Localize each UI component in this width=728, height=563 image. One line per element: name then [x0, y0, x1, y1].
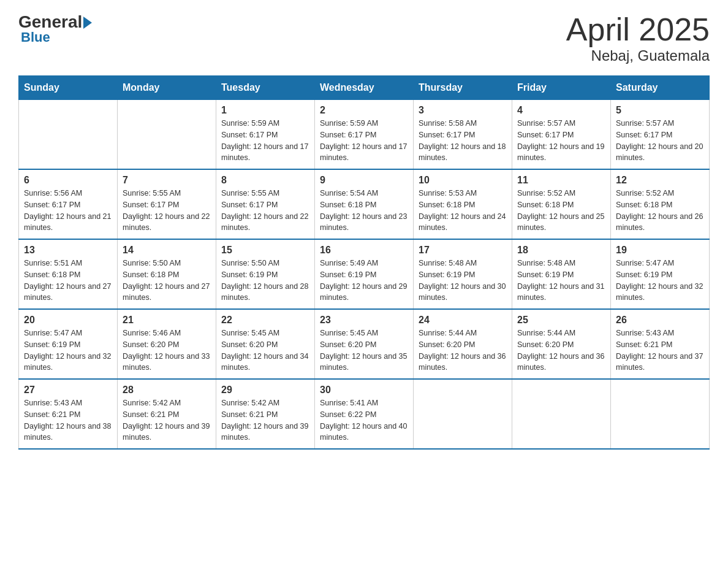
day-number: 11: [517, 175, 605, 186]
day-number: 23: [320, 315, 408, 326]
day-number: 14: [123, 245, 211, 256]
day-number: 29: [221, 385, 309, 396]
day-info: Sunrise: 5:48 AMSunset: 6:19 PMDaylight:…: [517, 258, 605, 304]
day-number: 22: [221, 315, 309, 326]
day-info: Sunrise: 5:48 AMSunset: 6:19 PMDaylight:…: [419, 258, 507, 304]
day-number: 19: [616, 245, 704, 256]
calendar-cell: 25Sunrise: 5:44 AMSunset: 6:20 PMDayligh…: [512, 309, 611, 379]
calendar-cell: 4Sunrise: 5:57 AMSunset: 6:17 PMDaylight…: [512, 100, 611, 170]
day-number: 20: [24, 315, 112, 326]
calendar-cell: 20Sunrise: 5:47 AMSunset: 6:19 PMDayligh…: [19, 309, 118, 379]
calendar-cell: 7Sunrise: 5:55 AMSunset: 6:17 PMDaylight…: [118, 169, 216, 239]
logo-arrow-icon: [83, 17, 92, 29]
day-info: Sunrise: 5:46 AMSunset: 6:20 PMDaylight:…: [123, 327, 211, 373]
calendar-week-row: 13Sunrise: 5:51 AMSunset: 6:18 PMDayligh…: [19, 239, 710, 309]
day-number: 21: [123, 315, 211, 326]
day-info: Sunrise: 5:49 AMSunset: 6:19 PMDaylight:…: [320, 258, 408, 304]
day-info: Sunrise: 5:47 AMSunset: 6:19 PMDaylight:…: [616, 258, 704, 304]
calendar-cell: [414, 379, 512, 449]
day-number: 17: [419, 245, 507, 256]
day-number: 16: [320, 245, 408, 256]
calendar-cell: 19Sunrise: 5:47 AMSunset: 6:19 PMDayligh…: [611, 239, 710, 309]
calendar-cell: 23Sunrise: 5:45 AMSunset: 6:20 PMDayligh…: [315, 309, 414, 379]
calendar-week-row: 20Sunrise: 5:47 AMSunset: 6:19 PMDayligh…: [19, 309, 710, 379]
day-info: Sunrise: 5:55 AMSunset: 6:17 PMDaylight:…: [123, 188, 211, 234]
calendar-cell: 28Sunrise: 5:42 AMSunset: 6:21 PMDayligh…: [118, 379, 216, 449]
logo: General Blue: [18, 12, 92, 45]
calendar-cell: 21Sunrise: 5:46 AMSunset: 6:20 PMDayligh…: [118, 309, 216, 379]
day-info: Sunrise: 5:59 AMSunset: 6:17 PMDaylight:…: [221, 118, 309, 164]
day-number: 30: [320, 385, 408, 396]
calendar-week-row: 1Sunrise: 5:59 AMSunset: 6:17 PMDaylight…: [19, 100, 710, 170]
calendar-week-row: 27Sunrise: 5:43 AMSunset: 6:21 PMDayligh…: [19, 379, 710, 449]
day-number: 26: [616, 315, 704, 326]
calendar-week-row: 6Sunrise: 5:56 AMSunset: 6:17 PMDaylight…: [19, 169, 710, 239]
day-number: 12: [616, 175, 704, 186]
day-info: Sunrise: 5:51 AMSunset: 6:18 PMDaylight:…: [24, 258, 112, 304]
day-info: Sunrise: 5:45 AMSunset: 6:20 PMDaylight:…: [320, 327, 408, 373]
calendar-cell: [19, 100, 118, 170]
calendar-table: SundayMondayTuesdayWednesdayThursdayFrid…: [18, 75, 710, 450]
day-info: Sunrise: 5:58 AMSunset: 6:17 PMDaylight:…: [419, 118, 507, 164]
calendar-cell: 16Sunrise: 5:49 AMSunset: 6:19 PMDayligh…: [315, 239, 414, 309]
day-number: 25: [517, 315, 605, 326]
calendar-cell: [118, 100, 216, 170]
calendar-cell: 29Sunrise: 5:42 AMSunset: 6:21 PMDayligh…: [216, 379, 315, 449]
day-number: 9: [320, 175, 408, 186]
calendar-cell: 14Sunrise: 5:50 AMSunset: 6:18 PMDayligh…: [118, 239, 216, 309]
day-number: 27: [24, 385, 112, 396]
day-info: Sunrise: 5:44 AMSunset: 6:20 PMDaylight:…: [517, 327, 605, 373]
calendar-cell: 10Sunrise: 5:53 AMSunset: 6:18 PMDayligh…: [414, 169, 512, 239]
calendar-cell: 5Sunrise: 5:57 AMSunset: 6:17 PMDaylight…: [611, 100, 710, 170]
weekday-header-saturday: Saturday: [611, 76, 710, 100]
day-number: 10: [419, 175, 507, 186]
day-info: Sunrise: 5:41 AMSunset: 6:22 PMDaylight:…: [320, 397, 408, 443]
day-number: 1: [221, 105, 309, 116]
day-number: 18: [517, 245, 605, 256]
day-info: Sunrise: 5:57 AMSunset: 6:17 PMDaylight:…: [517, 118, 605, 164]
calendar-cell: 22Sunrise: 5:45 AMSunset: 6:20 PMDayligh…: [216, 309, 315, 379]
calendar-cell: [512, 379, 611, 449]
day-info: Sunrise: 5:57 AMSunset: 6:17 PMDaylight:…: [616, 118, 704, 164]
day-info: Sunrise: 5:50 AMSunset: 6:18 PMDaylight:…: [123, 258, 211, 304]
day-number: 2: [320, 105, 408, 116]
calendar-cell: 2Sunrise: 5:59 AMSunset: 6:17 PMDaylight…: [315, 100, 414, 170]
day-number: 5: [616, 105, 704, 116]
calendar-cell: 1Sunrise: 5:59 AMSunset: 6:17 PMDaylight…: [216, 100, 315, 170]
calendar-cell: 15Sunrise: 5:50 AMSunset: 6:19 PMDayligh…: [216, 239, 315, 309]
weekday-header-monday: Monday: [118, 76, 216, 100]
day-info: Sunrise: 5:47 AMSunset: 6:19 PMDaylight:…: [24, 327, 112, 373]
weekday-header-tuesday: Tuesday: [216, 76, 315, 100]
day-info: Sunrise: 5:59 AMSunset: 6:17 PMDaylight:…: [320, 118, 408, 164]
day-info: Sunrise: 5:45 AMSunset: 6:20 PMDaylight:…: [221, 327, 309, 373]
day-info: Sunrise: 5:54 AMSunset: 6:18 PMDaylight:…: [320, 188, 408, 234]
day-info: Sunrise: 5:43 AMSunset: 6:21 PMDaylight:…: [616, 327, 704, 373]
weekday-header-row: SundayMondayTuesdayWednesdayThursdayFrid…: [19, 76, 710, 100]
calendar-cell: 3Sunrise: 5:58 AMSunset: 6:17 PMDaylight…: [414, 100, 512, 170]
calendar-cell: 12Sunrise: 5:52 AMSunset: 6:18 PMDayligh…: [611, 169, 710, 239]
month-title: April 2025: [566, 12, 710, 47]
day-number: 28: [123, 385, 211, 396]
location-title: Nebaj, Guatemala: [566, 47, 710, 64]
calendar-cell: 24Sunrise: 5:44 AMSunset: 6:20 PMDayligh…: [414, 309, 512, 379]
day-number: 4: [517, 105, 605, 116]
calendar-cell: 11Sunrise: 5:52 AMSunset: 6:18 PMDayligh…: [512, 169, 611, 239]
day-number: 6: [24, 175, 112, 186]
calendar-cell: 6Sunrise: 5:56 AMSunset: 6:17 PMDaylight…: [19, 169, 118, 239]
weekday-header-friday: Friday: [512, 76, 611, 100]
day-info: Sunrise: 5:56 AMSunset: 6:17 PMDaylight:…: [24, 188, 112, 234]
day-info: Sunrise: 5:52 AMSunset: 6:18 PMDaylight:…: [517, 188, 605, 234]
day-info: Sunrise: 5:52 AMSunset: 6:18 PMDaylight:…: [616, 188, 704, 234]
calendar-cell: 9Sunrise: 5:54 AMSunset: 6:18 PMDaylight…: [315, 169, 414, 239]
calendar-cell: 27Sunrise: 5:43 AMSunset: 6:21 PMDayligh…: [19, 379, 118, 449]
weekday-header-wednesday: Wednesday: [315, 76, 414, 100]
day-number: 24: [419, 315, 507, 326]
day-info: Sunrise: 5:53 AMSunset: 6:18 PMDaylight:…: [419, 188, 507, 234]
calendar-cell: 26Sunrise: 5:43 AMSunset: 6:21 PMDayligh…: [611, 309, 710, 379]
calendar-cell: 8Sunrise: 5:55 AMSunset: 6:17 PMDaylight…: [216, 169, 315, 239]
day-number: 8: [221, 175, 309, 186]
day-info: Sunrise: 5:50 AMSunset: 6:19 PMDaylight:…: [221, 258, 309, 304]
day-info: Sunrise: 5:43 AMSunset: 6:21 PMDaylight:…: [24, 397, 112, 443]
day-number: 7: [123, 175, 211, 186]
calendar-cell: 30Sunrise: 5:41 AMSunset: 6:22 PMDayligh…: [315, 379, 414, 449]
